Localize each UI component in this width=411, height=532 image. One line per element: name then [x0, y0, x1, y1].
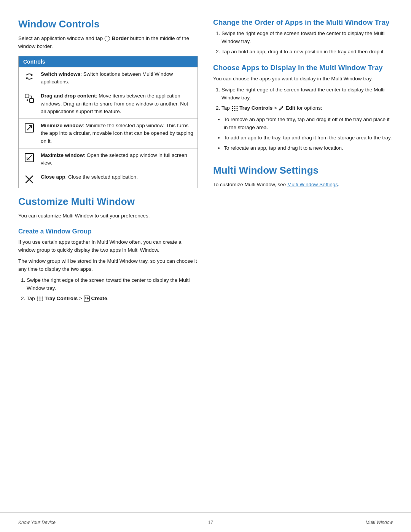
close-text: Close app: Close the selected applicatio…	[41, 173, 138, 181]
svg-rect-1	[30, 99, 33, 102]
close-icon	[22, 173, 36, 185]
tray-controls-icon-2	[231, 105, 240, 111]
create-window-group-p2: The window group will be stored in the M…	[18, 257, 198, 273]
svg-rect-0	[25, 94, 29, 98]
multi-window-settings-intro: To customize Multi Window, see Multi Win…	[213, 181, 393, 189]
svg-point-11	[37, 297, 38, 298]
controls-row-close: Close app: Close the selected applicatio…	[19, 170, 198, 188]
bullet-1: To remove an app from the tray, tap and …	[224, 116, 393, 132]
footer-page-number: 17	[208, 520, 213, 525]
change-order-step-1: Swipe the right edge of the screen towar…	[221, 30, 393, 46]
svg-point-17	[37, 300, 38, 302]
minimize-text: Minimize window: Minimize the selected a…	[41, 122, 194, 145]
footer: Know Your Device 17 Multi Window	[0, 512, 411, 532]
svg-point-26	[236, 106, 237, 107]
svg-point-27	[232, 108, 233, 109]
maximize-title: Maximize window	[41, 152, 84, 158]
minimize-icon	[22, 122, 36, 133]
svg-point-31	[234, 110, 235, 111]
controls-table: Controls Switch windows: Switch location…	[18, 56, 198, 189]
svg-point-24	[232, 106, 233, 107]
svg-point-15	[39, 299, 40, 300]
create-window-group-steps: Swipe the right edge of the screen towar…	[18, 276, 198, 303]
multi-window-settings-title: Multi Window Settings	[213, 165, 393, 176]
maximize-text: Maximize window: Open the selected app w…	[41, 152, 194, 167]
border-circle-icon: ◯	[104, 35, 112, 41]
create-window-icon	[84, 296, 91, 301]
svg-point-29	[236, 108, 237, 109]
choose-apps-bullets: To remove an app from the tray, tap and …	[213, 116, 393, 152]
create-step-2: Tap Tray Controls >	[27, 295, 198, 303]
controls-header: Controls	[19, 56, 198, 67]
svg-rect-21	[85, 297, 87, 299]
svg-point-16	[41, 299, 43, 300]
svg-point-14	[37, 299, 38, 300]
switch-text: Switch windows: Switch locations between…	[41, 70, 194, 86]
controls-row-switch: Switch windows: Switch locations between…	[19, 67, 198, 89]
svg-point-28	[234, 108, 235, 109]
change-order-step-2: Tap an hold an app, drag it to a new pos…	[221, 48, 393, 56]
edit-pencil-icon	[279, 105, 286, 111]
footer-right: Multi Window	[366, 520, 393, 525]
switch-icon	[22, 70, 36, 82]
svg-point-13	[41, 297, 43, 298]
controls-row-minimize: Minimize window: Minimize the selected a…	[19, 118, 198, 148]
window-controls-title: Window Controls	[18, 18, 198, 30]
svg-point-19	[41, 300, 43, 302]
svg-point-4	[27, 99, 28, 101]
svg-point-18	[39, 300, 40, 302]
create-window-group-title: Create a Window Group	[18, 228, 198, 235]
window-controls-intro: Select an application window and tap ◯ B…	[18, 35, 198, 51]
svg-point-12	[39, 297, 40, 298]
customize-intro: You can customize Multi Window to suit y…	[18, 212, 198, 220]
choose-apps-steps: Swipe the right edge of the screen towar…	[213, 86, 393, 112]
left-column: Window Controls Select an application wi…	[18, 18, 198, 487]
right-column: Change the Order of Apps in the Multi Wi…	[213, 18, 393, 487]
choose-apps-step-1: Swipe the right edge of the screen towar…	[221, 86, 393, 102]
tray-controls-icon	[37, 296, 45, 301]
svg-point-32	[236, 110, 237, 111]
choose-apps-intro: You can choose the apps you want to disp…	[213, 75, 393, 83]
close-title: Close app	[41, 174, 65, 180]
controls-row-drag: Drag and drop content: Move items betwee…	[19, 89, 198, 118]
multi-window-settings-link[interactable]: Multi Window Settings	[287, 182, 338, 187]
drag-title: Drag and drop content	[41, 93, 96, 99]
create-step-1: Swipe the right edge of the screen towar…	[27, 276, 198, 292]
svg-line-6	[27, 126, 32, 130]
controls-row-maximize: Maximize window: Open the selected app w…	[19, 148, 198, 170]
change-order-steps: Swipe the right edge of the screen towar…	[213, 30, 393, 56]
maximize-icon	[22, 152, 36, 163]
close-desc: : Close the selected application.	[65, 174, 138, 180]
bullet-3: To relocate an app, tap and drag it to a…	[224, 144, 393, 152]
svg-line-8	[27, 155, 32, 160]
svg-point-30	[232, 110, 233, 111]
switch-title: Switch windows	[41, 71, 80, 77]
choose-apps-step-2: Tap Tray Controls >	[221, 104, 393, 112]
choose-apps-title: Choose Apps to Display in the Multi Wind…	[213, 64, 393, 72]
create-window-group-p1: If you use certain apps together in Mult…	[18, 238, 198, 254]
footer-left: Know Your Device	[18, 520, 56, 525]
minimize-title: Minimize window	[41, 123, 83, 128]
drag-drop-icon	[22, 92, 36, 104]
bullet-2: To add an app to the tray, tap and drag …	[224, 134, 393, 142]
svg-point-25	[234, 106, 235, 107]
customize-title: Customize Multi Window	[18, 196, 198, 208]
change-order-title: Change the Order of Apps in the Multi Wi…	[213, 18, 393, 27]
drag-text: Drag and drop content: Move items betwee…	[41, 92, 194, 115]
